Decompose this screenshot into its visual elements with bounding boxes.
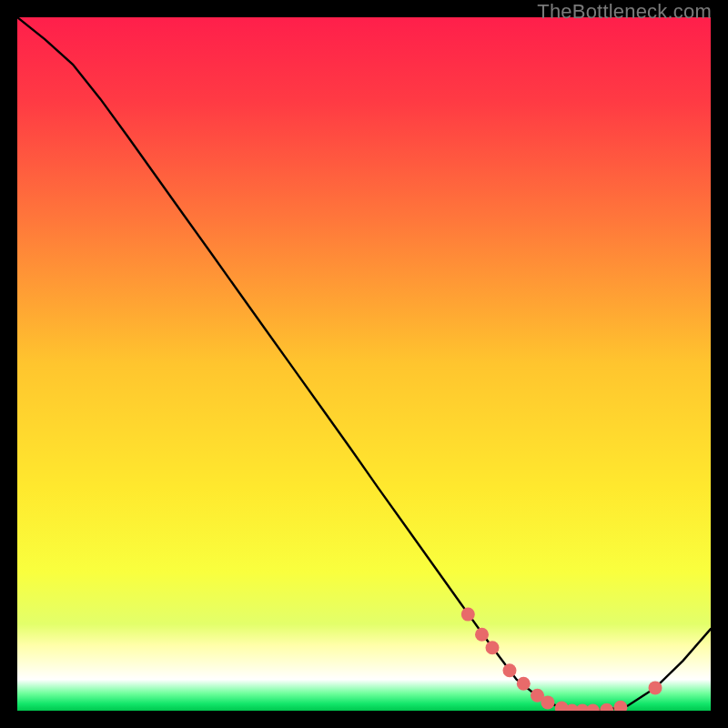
gradient-background [17,17,711,711]
plot-area [17,17,711,711]
chart-stage: TheBottleneck.com [0,0,728,728]
highlight-dot [503,663,517,677]
highlight-dot [517,677,531,691]
watermark-text: TheBottleneck.com [537,0,712,24]
highlight-dot [541,695,554,709]
highlight-dot [486,641,500,654]
plot-svg [17,17,711,711]
highlight-dot [649,681,662,694]
highlight-dot [475,628,489,642]
highlight-dot [461,608,475,622]
